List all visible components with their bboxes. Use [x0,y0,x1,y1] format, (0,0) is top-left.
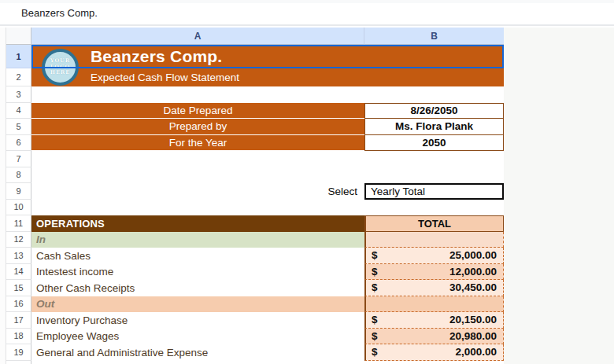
cell-b12[interactable] [364,232,504,248]
row-13: 13 Cash Sales $ 25,000.00 [6,248,504,264]
formula-bar[interactable]: Beanzers Comp. [0,0,614,26]
value-cash-sales[interactable]: $ 25,000.00 [364,248,504,264]
row-2: 2 Expected Cash Flow Statement [6,68,504,86]
operations-header[interactable]: OPERATIONS [31,215,364,232]
row-header-20[interactable] [6,361,31,364]
cell-title[interactable]: Beanzers Comp. [31,45,504,68]
cell-b3[interactable] [364,86,504,103]
row-7: 7 [6,151,504,167]
row-header-9[interactable]: 9 [6,183,31,200]
cell-a10[interactable] [31,200,364,216]
value-interest-income[interactable]: $ 12,000.00 [364,264,504,281]
item-other-cash-receipts[interactable]: Other Cash Receipts [31,280,364,296]
prepared-by-value[interactable]: Ms. Flora Plank [364,119,504,135]
value-inventory-purchase[interactable]: $ 20,150.00 [364,312,504,329]
total-header[interactable]: TOTAL [364,215,504,232]
row-14: 14 Intestest income $ 12,000.00 [6,264,504,281]
item-inventory-purchase[interactable]: Inventory Purchase [31,312,364,329]
amount: 2,000.00 [455,346,497,358]
section-out-label[interactable]: Out [31,296,364,313]
row-header-6[interactable]: 6 [6,135,31,152]
currency-symbol: $ [372,330,378,342]
left-gutter [0,28,6,364]
for-the-year-value[interactable]: 2050 [364,135,504,152]
cell-a3[interactable] [31,86,364,103]
amount: 20,150.00 [449,314,497,325]
row-header-14[interactable]: 14 [6,264,31,281]
sheet-grid: 1 Beanzers Comp. 2 Expected Cash Flow St… [6,45,504,364]
row-10: 10 [6,200,504,216]
value-other-cash-receipts[interactable]: $ 30,450.00 [364,280,504,296]
row-header-5[interactable]: 5 [6,119,31,135]
column-header-b[interactable]: B [364,28,504,45]
amount: 12,000.00 [449,266,497,278]
active-cell-content[interactable]: Beanzers Comp. [21,7,98,19]
date-prepared-label[interactable]: Date Prepared [31,103,364,119]
row-header-1[interactable]: 1 [6,45,31,68]
row-header-13[interactable]: 13 [6,248,31,264]
row-17: 17 Inventory Purchase $ 20,150.00 [6,312,504,329]
item-cash-sales[interactable]: Cash Sales [31,248,364,264]
company-logo: YOUR LOGO HERE [42,49,79,86]
row-20-partial [6,361,504,364]
currency-symbol: $ [372,249,378,261]
item-interest-income[interactable]: Intestest income [31,264,364,281]
cell-b10[interactable] [364,200,504,216]
row-header-17[interactable]: 17 [6,312,31,329]
top-strip [0,0,614,3]
row-header-18[interactable]: 18 [6,329,31,345]
row-4: 4 Date Prepared 8/26/2050 [6,103,504,119]
cell-a8[interactable] [31,167,364,184]
row-header-3[interactable]: 3 [6,86,31,103]
date-prepared-value[interactable]: 8/26/2050 [364,103,504,119]
row-header-11[interactable]: 11 [6,215,31,232]
amount: 25,000.00 [449,249,497,261]
row-3: 3 [6,86,504,103]
prepared-by-label[interactable]: Prepared by [31,119,364,135]
cell-subtitle[interactable]: Expected Cash Flow Statement [31,68,504,86]
outside-grid-area [504,28,614,364]
row-header-7[interactable]: 7 [6,151,31,167]
logo-line-3: HERE [50,70,70,76]
row-6: 6 For the Year 2050 [6,135,504,152]
row-header-15[interactable]: 15 [6,280,31,296]
row-header-12[interactable]: 12 [6,232,31,248]
cell-b8[interactable] [364,167,504,184]
amount: 30,450.00 [449,281,497,293]
item-employee-wages[interactable]: Employee Wages [31,329,364,345]
row-header-8[interactable]: 8 [6,167,31,184]
cell-b7[interactable] [364,151,504,167]
row-header-10[interactable]: 10 [6,200,31,216]
row-15: 15 Other Cash Receipts $ 30,450.00 [6,280,504,296]
row-19: 19 General and Administrative Expense $ … [6,344,504,361]
value-general-admin-expense[interactable]: $ 2,000.00 [364,344,504,361]
item-general-admin-expense[interactable]: General and Administrative Expense [31,344,364,361]
row-5: 5 Prepared by Ms. Flora Plank [6,119,504,135]
cell-a7[interactable] [31,151,364,167]
cell-a20[interactable] [31,361,364,364]
row-18: 18 Employee Wages $ 20,980.00 [6,329,504,345]
currency-symbol: $ [372,346,378,358]
period-dropdown[interactable]: Yearly Total [364,183,504,200]
select-label: Select [31,183,364,200]
amount: 20,980.00 [449,330,497,342]
row-header-4[interactable]: 4 [6,103,31,119]
section-in-label[interactable]: In [31,232,364,248]
row-header-16[interactable]: 16 [6,296,31,313]
row-1: 1 Beanzers Comp. [6,45,504,68]
cell-b16[interactable] [364,296,504,313]
row-header-2[interactable]: 2 [6,68,31,86]
currency-symbol: $ [372,266,378,278]
row-header-19[interactable]: 19 [6,344,31,361]
row-11: 11 OPERATIONS TOTAL [6,215,504,232]
row-9: 9 Select Yearly Total [6,183,504,200]
select-all-corner[interactable] [6,28,31,45]
row-12: 12 In [6,232,504,248]
value-employee-wages[interactable]: $ 20,980.00 [364,329,504,345]
spreadsheet-window: Beanzers Comp. A B 1 Beanzers Comp. 2 Ex… [0,0,614,364]
column-header-a[interactable]: A [31,28,364,45]
currency-symbol: $ [372,314,378,325]
cell-b20[interactable] [364,361,504,364]
row-8: 8 [6,167,504,184]
for-the-year-label[interactable]: For the Year [31,135,364,152]
